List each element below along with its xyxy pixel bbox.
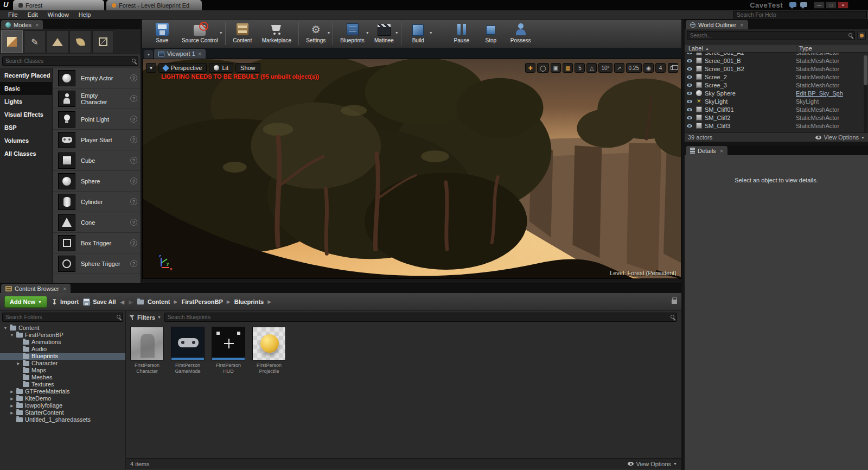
settings-button[interactable]: ⚙ Settings ▼ bbox=[301, 20, 330, 48]
outliner-scrollbar[interactable] bbox=[864, 55, 867, 132]
outliner-row-sky-sphere[interactable]: Sky Sphere Edit BP_Sky_Sph bbox=[685, 89, 868, 97]
help-icon[interactable]: ? bbox=[130, 157, 137, 164]
mode-foliage-button[interactable] bbox=[69, 30, 91, 53]
view-mode-button[interactable]: Lit bbox=[209, 63, 233, 73]
visibility-eye-icon[interactable] bbox=[687, 116, 692, 119]
rotation-snap-button[interactable]: △ bbox=[586, 63, 597, 73]
collapsed-arrow-icon[interactable]: ▶ bbox=[10, 409, 14, 416]
help-icon[interactable]: ? bbox=[130, 198, 137, 205]
chevron-down-icon[interactable]: ▼ bbox=[219, 31, 223, 35]
viewport-tab[interactable]: Viewport 1 × bbox=[154, 49, 206, 59]
breadcrumb-blueprints[interactable]: Blueprints bbox=[234, 298, 264, 305]
type-column-header[interactable]: Type bbox=[796, 45, 868, 52]
folder-firstpersonbp[interactable]: ▼FirstPersonBP bbox=[0, 332, 125, 339]
lock-icon[interactable] bbox=[672, 300, 677, 304]
folder-kitedemo[interactable]: ▶KiteDemo bbox=[0, 395, 125, 402]
folder-animations[interactable]: Animations bbox=[0, 339, 125, 346]
folder-meshes[interactable]: Meshes bbox=[0, 374, 125, 381]
outliner-row-skylight[interactable]: ☀ SkyLight SkyLight bbox=[685, 97, 868, 105]
help-icon[interactable]: ? bbox=[130, 239, 137, 246]
visibility-eye-icon[interactable] bbox=[687, 59, 692, 62]
world-outliner-tab[interactable]: World Outliner × bbox=[686, 20, 748, 29]
placeable-cylinder[interactable]: Cylinder ? bbox=[53, 192, 141, 212]
category-bsp[interactable]: BSP bbox=[0, 121, 52, 134]
scrollbar-thumb[interactable] bbox=[864, 55, 867, 85]
chevron-down-icon[interactable]: ▼ bbox=[429, 31, 433, 35]
search-classes-input[interactable] bbox=[2, 56, 138, 66]
help-icon[interactable]: ? bbox=[130, 177, 137, 185]
close-icon[interactable]: × bbox=[740, 22, 743, 28]
outliner-row[interactable]: SM_Cliff2 StaticMeshActor bbox=[685, 113, 868, 122]
grid-snap-value[interactable]: 5 bbox=[575, 63, 585, 73]
folder-untitled-sharedassets[interactable]: Untitled_1_sharedassets bbox=[0, 416, 125, 423]
placeable-point-light[interactable]: Point Light ? bbox=[53, 109, 141, 130]
source-control-button[interactable]: Source Control ▼ bbox=[177, 20, 223, 48]
visibility-eye-icon[interactable] bbox=[687, 124, 692, 128]
asset-firstperson-hud[interactable]: FirstPerson HUD bbox=[210, 327, 246, 375]
chevron-down-icon[interactable]: ▼ bbox=[395, 31, 399, 35]
world-local-toggle-button[interactable]: ◯ bbox=[537, 63, 548, 73]
folder-gtfreematerials[interactable]: ▶GTFreeMaterials bbox=[0, 388, 125, 395]
chevron-down-icon[interactable]: ▼ bbox=[366, 31, 369, 35]
pause-button[interactable]: Pause bbox=[447, 20, 476, 48]
window-tab-blueprint-editor[interactable]: Forest - Level Blueprint Ed bbox=[106, 0, 202, 10]
outliner-row[interactable]: Scree_001_B2 StaticMeshActor bbox=[685, 65, 868, 73]
visibility-eye-icon[interactable] bbox=[687, 75, 692, 79]
category-volumes[interactable]: Volumes bbox=[0, 134, 52, 147]
visibility-eye-icon[interactable] bbox=[687, 53, 692, 54]
asset-thumbnail[interactable] bbox=[212, 327, 245, 360]
breadcrumb-firstpersonbp[interactable]: FirstPersonBP bbox=[181, 298, 222, 305]
close-icon[interactable]: × bbox=[35, 22, 39, 28]
window-tab-forest[interactable]: Forest bbox=[13, 0, 104, 10]
filters-button[interactable]: Filters ▼ bbox=[129, 314, 161, 321]
placeable-box-trigger[interactable]: Box Trigger ? bbox=[53, 233, 141, 253]
chevron-down-icon[interactable]: ▼ bbox=[327, 31, 330, 35]
asset-firstperson-gamemode[interactable]: FirstPerson GameMode bbox=[170, 327, 206, 375]
collapsed-arrow-icon[interactable]: ▶ bbox=[10, 395, 14, 402]
placeable-sphere-trigger[interactable]: Sphere Trigger ? bbox=[53, 253, 141, 274]
mode-landscape-button[interactable] bbox=[47, 30, 68, 53]
category-recently-placed[interactable]: Recently Placed bbox=[0, 69, 52, 82]
import-button[interactable]: ↧ Import bbox=[52, 298, 79, 306]
scale-snap-button[interactable]: ↗ bbox=[614, 63, 624, 73]
stop-button[interactable]: Stop bbox=[476, 20, 506, 48]
asset-firstperson-projectile[interactable]: FirstPerson Projectile bbox=[251, 327, 287, 375]
maximize-viewport-button[interactable] bbox=[668, 63, 678, 73]
outliner-search-input[interactable] bbox=[687, 31, 855, 40]
menu-help[interactable]: Help bbox=[74, 11, 96, 18]
outliner-row[interactable]: Scree_001_B StaticMeshActor bbox=[685, 56, 868, 65]
search-folders-input[interactable] bbox=[2, 313, 123, 322]
search-assets-input[interactable] bbox=[164, 313, 677, 322]
placeable-empty-actor[interactable]: Empty Actor ? bbox=[53, 68, 141, 88]
rotation-snap-value[interactable]: 10° bbox=[598, 63, 612, 73]
scale-snap-value[interactable]: 0.25 bbox=[626, 63, 642, 73]
help-search-input[interactable] bbox=[733, 11, 867, 18]
feedback-bubble-icon[interactable] bbox=[800, 2, 807, 7]
visibility-eye-icon[interactable] bbox=[687, 108, 692, 111]
save-button[interactable]: Save bbox=[148, 20, 177, 48]
help-icon[interactable]: ? bbox=[130, 95, 137, 102]
visibility-eye-icon[interactable] bbox=[687, 67, 692, 71]
details-tab[interactable]: Details × bbox=[686, 146, 727, 155]
folder-blueprints[interactable]: Blueprints bbox=[0, 353, 125, 360]
forward-arrow-icon[interactable]: ▶ bbox=[129, 299, 133, 305]
outliner-row[interactable]: SM_Cliff3 StaticMeshActor bbox=[685, 122, 868, 130]
grid-snap-button[interactable]: ▦ bbox=[563, 63, 573, 73]
menu-file[interactable]: File bbox=[3, 11, 23, 18]
edit-blueprint-link[interactable]: Edit BP_Sky_Sph bbox=[796, 90, 868, 97]
outliner-filter-button[interactable] bbox=[857, 31, 866, 40]
category-lights[interactable]: Lights bbox=[0, 95, 52, 108]
help-icon[interactable]: ? bbox=[130, 116, 137, 123]
modes-tab[interactable]: Modes × bbox=[1, 20, 43, 29]
outliner-row[interactable]: Scree_2 StaticMeshActor bbox=[685, 73, 868, 81]
outliner-row[interactable]: Scree_001_A2 StaticMeshActor bbox=[685, 53, 868, 56]
surface-snap-button[interactable]: ▣ bbox=[551, 63, 561, 73]
collapsed-arrow-icon[interactable]: ▶ bbox=[16, 360, 21, 367]
folder-lowpolyfoliage[interactable]: ▶lowpolyfoliage bbox=[0, 402, 125, 409]
folder-startercontent[interactable]: ▶StarterContent bbox=[0, 409, 125, 416]
folder-textures[interactable]: Textures bbox=[0, 381, 125, 388]
viewport-canvas[interactable]: LIGHTING NEEDS TO BE REBUILT (95 unbuilt… bbox=[142, 59, 681, 279]
label-column-header[interactable]: Label ▲ bbox=[685, 45, 796, 52]
viewport-options-dropdown[interactable]: ▼ bbox=[146, 63, 156, 73]
placeable-sphere[interactable]: Sphere ? bbox=[53, 171, 141, 192]
